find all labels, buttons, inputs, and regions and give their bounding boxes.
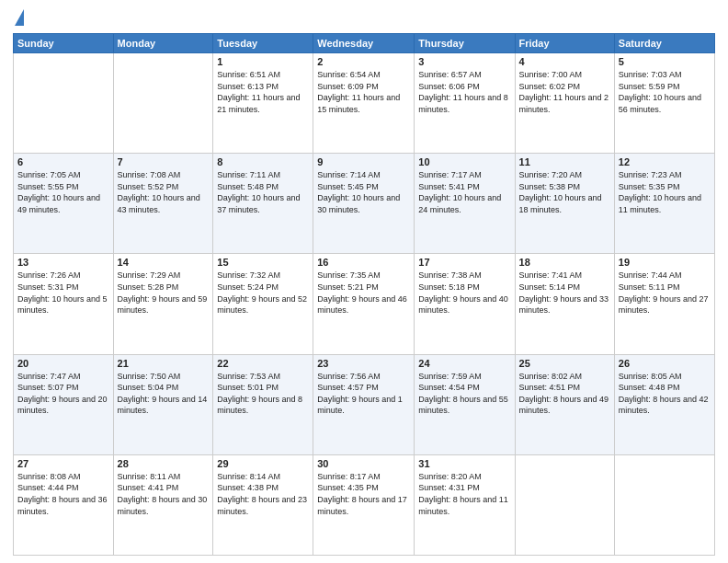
- day-number: 7: [118, 156, 210, 167]
- day-content: Sunrise: 7:41 AM Sunset: 5:14 PM Dayligh…: [519, 270, 610, 316]
- day-content: Sunrise: 7:47 AM Sunset: 5:07 PM Dayligh…: [17, 371, 109, 417]
- day-number: 12: [619, 156, 711, 167]
- day-number: 19: [619, 257, 711, 268]
- day-content: Sunrise: 8:08 AM Sunset: 4:44 PM Dayligh…: [17, 471, 109, 517]
- day-content: Sunrise: 7:20 AM Sunset: 5:38 PM Dayligh…: [519, 169, 610, 215]
- day-number: 29: [217, 458, 309, 469]
- day-cell: [515, 454, 614, 555]
- day-number: 3: [418, 56, 510, 67]
- logo: [13, 9, 24, 28]
- day-number: 9: [317, 156, 410, 167]
- header: [13, 9, 715, 28]
- day-number: 10: [418, 156, 510, 167]
- header-row: SundayMondayTuesdayWednesdayThursdayFrid…: [14, 34, 715, 53]
- day-content: Sunrise: 7:26 AM Sunset: 5:31 PM Dayligh…: [17, 270, 109, 316]
- day-content: Sunrise: 7:32 AM Sunset: 5:24 PM Dayligh…: [217, 270, 309, 316]
- day-content: Sunrise: 7:23 AM Sunset: 5:35 PM Dayligh…: [619, 169, 711, 215]
- day-content: Sunrise: 7:44 AM Sunset: 5:11 PM Dayligh…: [619, 270, 711, 316]
- col-header-saturday: Saturday: [614, 34, 714, 53]
- day-number: 8: [217, 156, 309, 167]
- col-header-friday: Friday: [515, 34, 614, 53]
- day-content: Sunrise: 7:14 AM Sunset: 5:45 PM Dayligh…: [317, 169, 410, 215]
- day-number: 18: [519, 257, 610, 268]
- day-cell: 6Sunrise: 7:05 AM Sunset: 5:55 PM Daylig…: [14, 154, 114, 254]
- day-cell: 31Sunrise: 8:20 AM Sunset: 4:31 PM Dayli…: [415, 454, 515, 555]
- day-content: Sunrise: 7:11 AM Sunset: 5:48 PM Dayligh…: [217, 169, 309, 215]
- day-cell: 9Sunrise: 7:14 AM Sunset: 5:45 PM Daylig…: [313, 154, 415, 254]
- day-content: Sunrise: 7:35 AM Sunset: 5:21 PM Dayligh…: [317, 270, 410, 316]
- day-cell: 3Sunrise: 6:57 AM Sunset: 6:06 PM Daylig…: [415, 53, 515, 154]
- day-cell: 26Sunrise: 8:05 AM Sunset: 4:48 PM Dayli…: [614, 354, 714, 454]
- day-content: Sunrise: 8:14 AM Sunset: 4:38 PM Dayligh…: [217, 471, 309, 517]
- day-cell: 2Sunrise: 6:54 AM Sunset: 6:09 PM Daylig…: [313, 53, 415, 154]
- col-header-monday: Monday: [113, 34, 213, 53]
- week-row-0: 1Sunrise: 6:51 AM Sunset: 6:13 PM Daylig…: [14, 53, 715, 154]
- day-cell: 11Sunrise: 7:20 AM Sunset: 5:38 PM Dayli…: [515, 154, 614, 254]
- day-number: 4: [519, 56, 610, 67]
- day-content: Sunrise: 8:02 AM Sunset: 4:51 PM Dayligh…: [519, 371, 610, 417]
- day-number: 30: [317, 458, 410, 469]
- day-cell: 22Sunrise: 7:53 AM Sunset: 5:01 PM Dayli…: [213, 354, 313, 454]
- day-content: Sunrise: 7:59 AM Sunset: 4:54 PM Dayligh…: [418, 371, 510, 417]
- col-header-sunday: Sunday: [14, 34, 114, 53]
- day-number: 6: [17, 156, 109, 167]
- day-cell: 20Sunrise: 7:47 AM Sunset: 5:07 PM Dayli…: [14, 354, 114, 454]
- calendar-table: SundayMondayTuesdayWednesdayThursdayFrid…: [13, 33, 715, 556]
- day-cell: 24Sunrise: 7:59 AM Sunset: 4:54 PM Dayli…: [415, 354, 515, 454]
- day-cell: 1Sunrise: 6:51 AM Sunset: 6:13 PM Daylig…: [213, 53, 313, 154]
- day-number: 31: [418, 458, 510, 469]
- day-number: 24: [418, 358, 510, 369]
- day-content: Sunrise: 8:17 AM Sunset: 4:35 PM Dayligh…: [317, 471, 410, 517]
- day-number: 23: [317, 358, 410, 369]
- day-number: 17: [418, 257, 510, 268]
- day-cell: 5Sunrise: 7:03 AM Sunset: 5:59 PM Daylig…: [614, 53, 714, 154]
- day-number: 21: [118, 358, 210, 369]
- col-header-thursday: Thursday: [415, 34, 515, 53]
- day-cell: [614, 454, 714, 555]
- day-number: 16: [317, 257, 410, 268]
- day-number: 14: [118, 257, 210, 268]
- day-content: Sunrise: 8:11 AM Sunset: 4:41 PM Dayligh…: [118, 471, 210, 517]
- day-content: Sunrise: 8:20 AM Sunset: 4:31 PM Dayligh…: [418, 471, 510, 517]
- day-number: 13: [17, 257, 109, 268]
- day-content: Sunrise: 7:53 AM Sunset: 5:01 PM Dayligh…: [217, 371, 309, 417]
- day-cell: 17Sunrise: 7:38 AM Sunset: 5:18 PM Dayli…: [415, 254, 515, 354]
- logo-triangle-icon: [15, 9, 24, 26]
- day-content: Sunrise: 7:56 AM Sunset: 4:57 PM Dayligh…: [317, 371, 410, 417]
- day-content: Sunrise: 7:03 AM Sunset: 5:59 PM Dayligh…: [619, 69, 711, 115]
- day-number: 28: [118, 458, 210, 469]
- day-cell: 18Sunrise: 7:41 AM Sunset: 5:14 PM Dayli…: [515, 254, 614, 354]
- day-cell: 28Sunrise: 8:11 AM Sunset: 4:41 PM Dayli…: [113, 454, 213, 555]
- day-content: Sunrise: 7:38 AM Sunset: 5:18 PM Dayligh…: [418, 270, 510, 316]
- day-cell: 8Sunrise: 7:11 AM Sunset: 5:48 PM Daylig…: [213, 154, 313, 254]
- page: SundayMondayTuesdayWednesdayThursdayFrid…: [0, 0, 728, 563]
- week-row-3: 20Sunrise: 7:47 AM Sunset: 5:07 PM Dayli…: [14, 354, 715, 454]
- day-content: Sunrise: 8:05 AM Sunset: 4:48 PM Dayligh…: [619, 371, 711, 417]
- day-cell: 15Sunrise: 7:32 AM Sunset: 5:24 PM Dayli…: [213, 254, 313, 354]
- day-content: Sunrise: 7:00 AM Sunset: 6:02 PM Dayligh…: [519, 69, 610, 115]
- day-number: 25: [519, 358, 610, 369]
- day-number: 27: [17, 458, 109, 469]
- day-cell: 29Sunrise: 8:14 AM Sunset: 4:38 PM Dayli…: [213, 454, 313, 555]
- day-cell: 27Sunrise: 8:08 AM Sunset: 4:44 PM Dayli…: [14, 454, 114, 555]
- day-cell: [113, 53, 213, 154]
- col-header-wednesday: Wednesday: [313, 34, 415, 53]
- week-row-4: 27Sunrise: 8:08 AM Sunset: 4:44 PM Dayli…: [14, 454, 715, 555]
- week-row-1: 6Sunrise: 7:05 AM Sunset: 5:55 PM Daylig…: [14, 154, 715, 254]
- day-cell: 19Sunrise: 7:44 AM Sunset: 5:11 PM Dayli…: [614, 254, 714, 354]
- day-number: 11: [519, 156, 610, 167]
- day-content: Sunrise: 7:05 AM Sunset: 5:55 PM Dayligh…: [17, 169, 109, 215]
- day-cell: 23Sunrise: 7:56 AM Sunset: 4:57 PM Dayli…: [313, 354, 415, 454]
- day-content: Sunrise: 7:08 AM Sunset: 5:52 PM Dayligh…: [118, 169, 210, 215]
- day-content: Sunrise: 6:54 AM Sunset: 6:09 PM Dayligh…: [317, 69, 410, 115]
- day-cell: 10Sunrise: 7:17 AM Sunset: 5:41 PM Dayli…: [415, 154, 515, 254]
- day-number: 1: [217, 56, 309, 67]
- day-number: 20: [17, 358, 109, 369]
- day-cell: 12Sunrise: 7:23 AM Sunset: 5:35 PM Dayli…: [614, 154, 714, 254]
- day-content: Sunrise: 6:57 AM Sunset: 6:06 PM Dayligh…: [418, 69, 510, 115]
- day-cell: 25Sunrise: 8:02 AM Sunset: 4:51 PM Dayli…: [515, 354, 614, 454]
- day-cell: 7Sunrise: 7:08 AM Sunset: 5:52 PM Daylig…: [113, 154, 213, 254]
- day-content: Sunrise: 7:17 AM Sunset: 5:41 PM Dayligh…: [418, 169, 510, 215]
- day-cell: 30Sunrise: 8:17 AM Sunset: 4:35 PM Dayli…: [313, 454, 415, 555]
- day-number: 2: [317, 56, 410, 67]
